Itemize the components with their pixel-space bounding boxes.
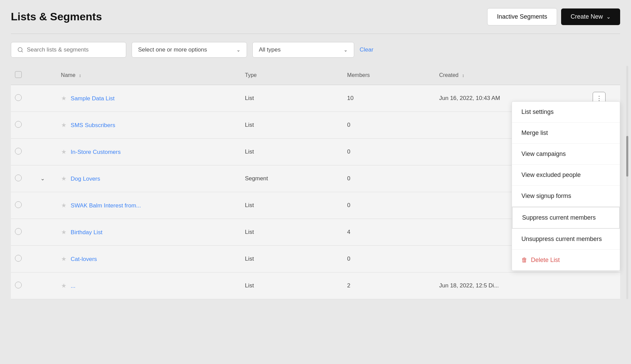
row-expand xyxy=(36,85,57,112)
star-icon[interactable]: ★ xyxy=(61,148,66,155)
row-checkbox[interactable] xyxy=(15,228,22,235)
row-check[interactable] xyxy=(11,139,36,165)
row-name-link[interactable]: Dog Lovers xyxy=(71,176,100,182)
col-type: Type xyxy=(241,66,343,85)
table-container: Name ↕ Type Members Created ↕ ★ Sample D… xyxy=(0,66,631,299)
row-members: 0 xyxy=(343,165,435,192)
row-checkbox[interactable] xyxy=(15,148,22,155)
row-actions[interactable]: ⋮ xyxy=(589,272,620,299)
svg-line-1 xyxy=(21,51,22,52)
types-dropdown[interactable]: All types ⌄ xyxy=(252,42,354,58)
row-type: List xyxy=(241,139,343,165)
row-checkbox[interactable] xyxy=(15,175,22,181)
row-members: 0 xyxy=(343,112,435,139)
expand-chevron-icon[interactable]: ⌄ xyxy=(40,176,45,181)
context-menu-item-view-excluded[interactable]: View excluded people xyxy=(512,165,620,186)
row-expand xyxy=(36,219,57,246)
row-checkbox[interactable] xyxy=(15,282,22,288)
row-type: List xyxy=(241,112,343,139)
row-type: List xyxy=(241,272,343,299)
select-all-checkbox[interactable] xyxy=(15,71,22,78)
context-menu-item-unsuppress-current[interactable]: Unsuppress current members xyxy=(512,229,620,250)
search-input[interactable] xyxy=(27,46,120,53)
row-expand[interactable]: ⌄ xyxy=(36,165,57,192)
create-new-button[interactable]: Create New ⌄ xyxy=(561,8,620,25)
chevron-down-icon: ⌄ xyxy=(236,47,241,53)
table-row: ★ ... List 2 Jun 18, 2022, 12:5 Di... ⋮ xyxy=(11,272,620,299)
star-icon[interactable]: ★ xyxy=(61,229,66,236)
row-checkbox[interactable] xyxy=(15,255,22,262)
star-icon[interactable]: ★ xyxy=(61,122,66,128)
row-checkbox[interactable] xyxy=(15,201,22,208)
row-check[interactable] xyxy=(11,192,36,219)
row-expand xyxy=(36,246,57,272)
table-header: Name ↕ Type Members Created ↕ xyxy=(11,66,620,85)
row-name[interactable]: ★ In-Store Customers xyxy=(57,139,241,165)
row-type: List xyxy=(241,192,343,219)
star-icon[interactable]: ★ xyxy=(61,95,66,102)
row-name[interactable]: ★ SMS Subscribers xyxy=(57,112,241,139)
inactive-segments-button[interactable]: Inactive Segments xyxy=(487,8,557,25)
filters-bar: Select one or more options ⌄ All types ⌄… xyxy=(0,34,631,66)
context-menu-item-suppress-current[interactable]: Suppress current members xyxy=(512,207,620,229)
context-menu-item-list-settings[interactable]: List settings xyxy=(512,102,620,123)
context-menu: List settingsMerge listView campaignsVie… xyxy=(512,101,620,271)
row-name[interactable]: ★ Birthday List xyxy=(57,219,241,246)
star-icon[interactable]: ★ xyxy=(61,256,66,262)
row-name-link[interactable]: In-Store Customers xyxy=(71,149,120,155)
row-members: 0 xyxy=(343,192,435,219)
clear-button[interactable]: Clear xyxy=(360,46,374,53)
row-check[interactable] xyxy=(11,85,36,112)
row-name-link[interactable]: Cat-lovers xyxy=(71,256,97,262)
page-header: Lists & Segments Inactive Segments Creat… xyxy=(0,0,631,34)
col-members: Members xyxy=(343,66,435,85)
row-check[interactable] xyxy=(11,112,36,139)
row-members: 4 xyxy=(343,219,435,246)
row-name[interactable]: ★ SWAK Balm Interest from... xyxy=(57,192,241,219)
row-check[interactable] xyxy=(11,219,36,246)
row-expand xyxy=(36,139,57,165)
row-check[interactable] xyxy=(11,165,36,192)
row-expand xyxy=(36,112,57,139)
row-name-link[interactable]: Sample Data List xyxy=(71,95,114,102)
row-name-link[interactable]: Birthday List xyxy=(71,229,102,236)
types-label: All types xyxy=(259,46,281,53)
star-icon[interactable]: ★ xyxy=(61,175,66,182)
search-input-wrap[interactable] xyxy=(11,42,126,58)
row-members: 0 xyxy=(343,139,435,165)
context-menu-item-view-signup[interactable]: View signup forms xyxy=(512,186,620,207)
context-menu-item-view-campaigns[interactable]: View campaigns xyxy=(512,144,620,165)
row-members: 2 xyxy=(343,272,435,299)
row-check[interactable] xyxy=(11,246,36,272)
row-checkbox[interactable] xyxy=(15,94,22,101)
star-icon[interactable]: ★ xyxy=(61,282,66,289)
context-menu-item-merge-list[interactable]: Merge list xyxy=(512,123,620,144)
row-name-link[interactable]: SMS Subscribers xyxy=(71,122,115,128)
search-icon xyxy=(17,47,23,53)
row-type: Segment xyxy=(241,165,343,192)
scrollbar-thumb[interactable] xyxy=(626,136,628,177)
row-name[interactable]: ★ Sample Data List xyxy=(57,85,241,112)
options-dropdown[interactable]: Select one or more options ⌄ xyxy=(132,42,247,58)
row-type: List xyxy=(241,219,343,246)
row-check[interactable] xyxy=(11,272,36,299)
row-name-link[interactable]: SWAK Balm Interest from... xyxy=(71,202,141,209)
row-members: 0 xyxy=(343,246,435,272)
row-members: 10 xyxy=(343,85,435,112)
col-name: Name ↕ xyxy=(57,66,241,85)
row-name-link[interactable]: ... xyxy=(71,283,75,289)
options-label: Select one or more options xyxy=(138,46,207,53)
row-name[interactable]: ★ Cat-lovers xyxy=(57,246,241,272)
sort-icon[interactable]: ↕ xyxy=(79,73,81,78)
chevron-down-icon: ⌄ xyxy=(344,47,348,53)
row-name[interactable]: ★ Dog Lovers xyxy=(57,165,241,192)
sort-icon[interactable]: ↕ xyxy=(462,73,464,78)
col-check xyxy=(11,66,36,85)
row-type: List xyxy=(241,246,343,272)
page-title: Lists & Segments xyxy=(11,11,102,23)
star-icon[interactable]: ★ xyxy=(61,202,66,209)
context-menu-item-delete-list[interactable]: 🗑Delete List xyxy=(512,250,620,270)
row-checkbox[interactable] xyxy=(15,121,22,128)
row-name[interactable]: ★ ... xyxy=(57,272,241,299)
scrollbar-track[interactable] xyxy=(626,66,628,299)
